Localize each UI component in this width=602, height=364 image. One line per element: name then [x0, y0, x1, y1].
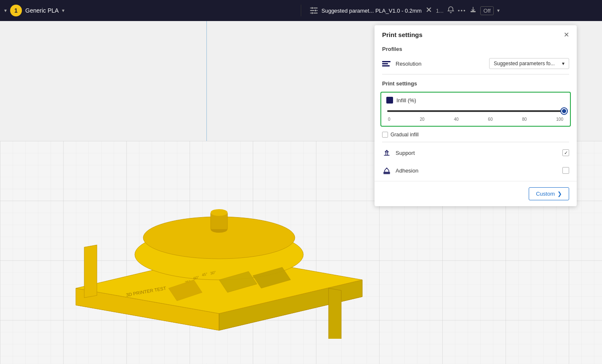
panel-header: Print settings ✕ — [375, 25, 577, 43]
profile-text-label: Suggested paramet... PLA_V1.0 - 0.2mm — [321, 8, 422, 14]
svg-rect-18 — [84, 245, 97, 298]
gradual-infill-row: Gradual infill — [375, 129, 577, 140]
slider-labels: 0 20 40 60 80 100 — [386, 115, 565, 122]
profile-dropdown-text: Suggested parameters fo... — [494, 61, 555, 66]
slider-label-0: 0 — [388, 117, 391, 122]
profile-bar: Suggested paramet... PLA_V1.0 - 0.2mm 1.… — [301, 6, 598, 15]
settings-icon[interactable] — [310, 6, 318, 15]
more-dots[interactable]: ••• — [458, 8, 466, 14]
x-icon[interactable] — [425, 6, 433, 15]
svg-point-4 — [315, 10, 317, 12]
support-checkbox[interactable]: ✓ — [562, 149, 569, 156]
slider-thumb — [561, 108, 567, 114]
resolution-label: Resolution — [396, 61, 484, 67]
svg-point-5 — [311, 12, 313, 14]
custom-chevron-right-icon: ❯ — [557, 191, 562, 197]
badge-1: 1... — [436, 8, 444, 14]
support-label: Support — [396, 150, 558, 156]
adhesion-row: Adhesion — [375, 162, 577, 179]
profiles-section-label: Profiles — [375, 43, 577, 55]
profile-chevron-down-icon: ▾ — [562, 61, 565, 66]
print-settings-panel: Print settings ✕ Profiles Resolution Sug… — [375, 25, 577, 206]
panel-title: Print settings — [382, 31, 423, 38]
off-chevron-down-icon[interactable]: ▾ — [497, 8, 500, 13]
printer-badge: 1 — [10, 5, 22, 16]
profile-dropdown[interactable]: Suggested parameters fo... ▾ — [489, 58, 569, 69]
printer-dropdown-arrow[interactable]: ▾ — [62, 8, 64, 13]
printer-chevron-down-icon[interactable]: ▾ — [4, 8, 7, 13]
svg-rect-19 — [329, 288, 341, 339]
svg-point-22 — [211, 209, 227, 216]
printer-name-label: Generic PLA — [25, 7, 59, 14]
3d-model: 3D PRINTER TEST 75° 60° 45° 30° — [42, 170, 379, 339]
gradual-infill-checkbox[interactable] — [382, 132, 388, 138]
infill-color-box — [386, 97, 393, 104]
divider-1 — [382, 74, 569, 74]
close-button[interactable]: ✕ — [564, 32, 569, 38]
adhesion-icon — [382, 166, 391, 175]
custom-row: Custom ❯ — [375, 181, 577, 206]
printer-selector[interactable]: ▾ 1 Generic PLA ▾ — [4, 5, 301, 16]
download-icon[interactable] — [469, 6, 477, 15]
gradual-infill-label: Gradual infill — [391, 132, 419, 138]
infill-slider-container: 0 20 40 60 80 100 — [386, 107, 565, 122]
slider-label-40: 40 — [454, 117, 458, 122]
custom-button[interactable]: Custom ❯ — [529, 187, 569, 200]
profiles-row: Resolution Suggested parameters fo... ▾ — [375, 55, 577, 72]
top-bar: ▾ 1 Generic PLA ▾ Suggested paramet... P… — [0, 0, 602, 21]
infill-row: Infill (%) 0 20 40 60 80 100 — [380, 92, 571, 127]
divider-2 — [382, 142, 569, 142]
support-row: Support ✓ — [375, 144, 577, 162]
slider-label-100: 100 — [556, 117, 563, 122]
adhesion-checkbox[interactable] — [562, 167, 569, 174]
slider-label-60: 60 — [488, 117, 492, 122]
adhesion-label: Adhesion — [396, 167, 558, 174]
print-settings-section-label: Print settings — [375, 76, 577, 89]
slider-label-80: 80 — [522, 117, 527, 122]
infill-header: Infill (%) — [386, 97, 565, 104]
off-badge[interactable]: Off — [480, 6, 493, 15]
custom-button-label: Custom — [536, 191, 555, 197]
infill-label: Infill (%) — [396, 97, 416, 104]
bell-icon[interactable] — [447, 6, 455, 15]
resolution-icon — [382, 61, 391, 66]
svg-point-3 — [311, 7, 313, 9]
slider-label-20: 20 — [420, 117, 424, 122]
support-icon — [382, 148, 391, 157]
